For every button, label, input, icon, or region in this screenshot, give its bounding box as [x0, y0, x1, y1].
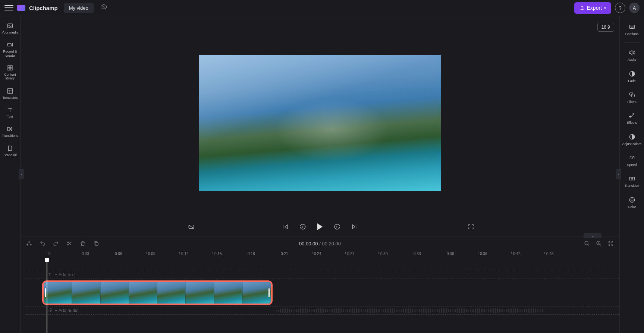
- library-icon: [6, 64, 14, 72]
- skip-forward-button[interactable]: [351, 223, 358, 230]
- fade-icon: [628, 70, 636, 78]
- svg-point-17: [67, 244, 69, 245]
- media-icon: [6, 22, 14, 29]
- svg-point-26: [48, 311, 49, 312]
- templates-icon: [6, 87, 14, 95]
- svg-line-23: [600, 244, 601, 246]
- ruler-tick: 0:15: [213, 252, 222, 254]
- svg-text:5: 5: [302, 226, 303, 228]
- sidebar-item-text[interactable]: Text: [0, 103, 20, 122]
- text-icon: [47, 272, 52, 278]
- header: Clipchamp My video Export ▾ ? A: [0, 0, 644, 16]
- ruler-tick: 0:27: [345, 252, 354, 254]
- sidebar-item-record-create[interactable]: Record & create: [0, 38, 20, 60]
- rsb-item-transition[interactable]: Transition: [621, 172, 643, 191]
- playhead[interactable]: [47, 259, 47, 333]
- rsb-item-captions[interactable]: CC Captions: [621, 20, 643, 39]
- svg-text:5: 5: [336, 226, 337, 228]
- ruler-tick: 0:06: [113, 252, 122, 254]
- effects-icon: [628, 112, 636, 119]
- rsb-item-fade[interactable]: Fade: [621, 67, 643, 86]
- svg-line-13: [189, 225, 194, 229]
- add-text-track[interactable]: + Add text: [26, 271, 619, 279]
- ruler-tick: 0:21: [279, 252, 288, 254]
- player-controls: 5 5: [21, 217, 619, 236]
- auto-enhance-button[interactable]: [26, 240, 32, 247]
- undo-button[interactable]: [39, 240, 46, 247]
- svg-rect-18: [95, 242, 98, 245]
- svg-rect-1: [7, 24, 13, 28]
- ruler-tick: 0:12: [179, 252, 188, 254]
- svg-text:CC: CC: [630, 26, 634, 28]
- skip-back-button[interactable]: [282, 223, 289, 230]
- rsb-item-adjust-colors[interactable]: Adjust colors: [621, 130, 643, 149]
- ruler-tick: 0:39: [478, 252, 487, 254]
- zoom-in-button[interactable]: [596, 240, 602, 247]
- redo-button[interactable]: [53, 240, 59, 247]
- rewind-5-button[interactable]: 5: [299, 223, 307, 230]
- timeline-time-display: 00:00.00 / 00:20.00: [299, 241, 341, 246]
- ruler-tick: 0:09: [146, 252, 155, 254]
- svg-point-38: [629, 197, 635, 202]
- menu-button[interactable]: [4, 3, 13, 12]
- sidebar-item-your-media[interactable]: Your media: [0, 19, 20, 37]
- rsb-expand-button[interactable]: ‹: [616, 169, 621, 179]
- svg-rect-4: [8, 66, 10, 67]
- ruler-tick: 0:42: [511, 252, 520, 254]
- timeline-panel: ⌄ 00:00.00 / 00:20.00 00:030:060:090:120…: [21, 236, 619, 333]
- svg-point-2: [9, 25, 10, 26]
- help-button[interactable]: ?: [615, 3, 625, 13]
- fit-timeline-button[interactable]: [607, 240, 614, 247]
- split-button[interactable]: [66, 240, 73, 247]
- timeline-ruler[interactable]: 00:030:060:090:120:150:180:210:240:270:3…: [26, 251, 619, 259]
- rsb-item-color[interactable]: Color: [621, 193, 643, 212]
- rsb-item-audio[interactable]: Audio: [621, 45, 643, 65]
- rsb-item-effects[interactable]: Effects: [621, 109, 643, 128]
- add-audio-track[interactable]: + Add audio: [26, 307, 619, 315]
- upload-icon: [579, 5, 585, 11]
- speed-icon: [628, 154, 636, 161]
- captions-icon: CC: [628, 23, 636, 31]
- sidebar-item-content-library[interactable]: Content library: [0, 61, 20, 84]
- ruler-tick: 0:03: [80, 252, 89, 254]
- svg-rect-8: [7, 88, 13, 94]
- video-clip-selected[interactable]: [42, 280, 273, 305]
- ruler-tick: 0:33: [412, 252, 421, 254]
- rsb-item-filters[interactable]: Filters: [621, 88, 643, 107]
- hide-controls-button[interactable]: [188, 223, 195, 230]
- ruler-tick: 0:24: [312, 252, 321, 254]
- sidebar-item-brand-kit[interactable]: Brand kit: [0, 142, 20, 160]
- export-button[interactable]: Export ▾: [574, 2, 611, 14]
- preview-area: 16:9 5 5: [21, 16, 619, 236]
- music-icon: [47, 308, 52, 314]
- forward-5-button[interactable]: 5: [333, 223, 341, 230]
- svg-rect-5: [10, 66, 12, 67]
- svg-line-20: [588, 244, 589, 246]
- rsb-item-speed[interactable]: Speed: [621, 151, 643, 170]
- record-icon: [6, 41, 14, 48]
- svg-point-39: [631, 199, 633, 201]
- brandkit-icon: [6, 145, 14, 152]
- aspect-ratio-button[interactable]: 16:9: [597, 23, 614, 32]
- sidebar-item-transitions[interactable]: Transitions: [0, 122, 20, 141]
- text-icon: [6, 106, 14, 114]
- cloud-sync-icon[interactable]: [100, 4, 107, 12]
- delete-button[interactable]: [79, 240, 86, 247]
- video-canvas[interactable]: [199, 55, 441, 191]
- duplicate-button[interactable]: [93, 240, 100, 247]
- svg-point-16: [67, 242, 69, 243]
- timeline-tracks: + Add text + Add audio: [26, 259, 619, 333]
- video-title[interactable]: My video: [64, 3, 94, 13]
- export-label: Export: [587, 5, 602, 11]
- sidebar-item-templates[interactable]: Templates: [0, 84, 20, 103]
- fullscreen-button[interactable]: [467, 223, 475, 230]
- audio-icon: [628, 49, 636, 56]
- play-button[interactable]: [316, 223, 324, 230]
- transitions-icon: [6, 125, 14, 133]
- ruler-tick: 0:30: [378, 252, 387, 254]
- color-icon: [628, 196, 636, 204]
- svg-rect-3: [7, 44, 11, 47]
- avatar[interactable]: A: [629, 3, 640, 13]
- app-logo: [17, 5, 25, 11]
- zoom-out-button[interactable]: [584, 240, 590, 247]
